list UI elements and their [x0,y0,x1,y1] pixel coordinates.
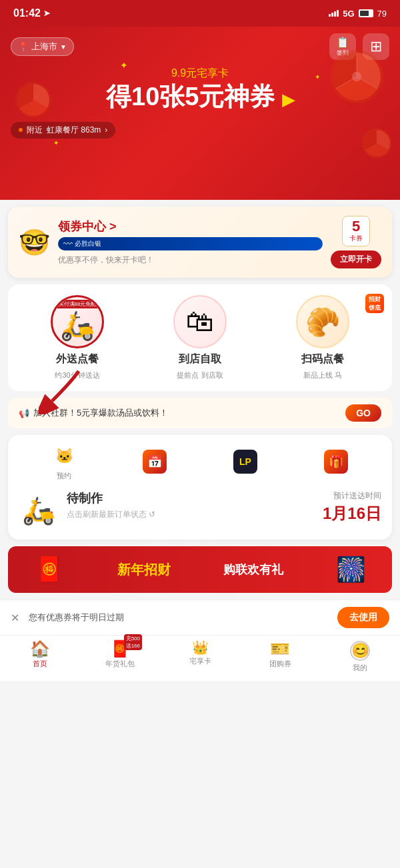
coupon-avatar: 🤓 [19,228,50,257]
scan-tag: 招财饼底 [365,294,384,313]
ny-firework-icon: 🎆 [336,556,366,584]
sparkle-3: ✦ [53,139,59,147]
signal-icon [329,10,339,17]
tab-group-coupon-label: 团购券 [269,659,291,669]
ny-text-2: 购联欢有礼 [223,562,283,578]
order-tab-gift[interactable]: 🎁 [324,450,348,476]
tab-my[interactable]: 😊 我的 [320,641,400,673]
order-card: 🐱 预约 📅 LP 🎁 🛵 待制作 点击刷新最新订单状态 ↺ 预计送达时间 1月… [8,435,392,540]
tab-home[interactable]: 🏠 首页 [0,641,80,673]
hero-top-row: 📍 上海市 ▼ 📋 签到 ⊞ [11,33,389,60]
scan-sublabel: 新品上线 马 [303,370,342,380]
hero-main-text[interactable]: 得10张5元神券 ▶ [11,83,389,111]
sign-in-button[interactable]: 📋 签到 [329,33,356,60]
status-time: 01:42 ➤ [13,7,50,19]
promo-go-button[interactable]: GO [345,404,381,422]
cat-icon: 🐱 [52,444,76,468]
scan-label: 扫码点餐 [301,352,344,366]
hero-promo-text: 9.9元宅享卡 [11,67,389,81]
coupon-subtext: 优惠享不停，快来开卡吧！ [58,254,323,266]
pickup-icon-wrap: 🛍 [173,295,227,348]
hero-banner: ✦ ✦ ✦ 📍 上海市 ▼ 📋 签到 ⊞ 9.9元宅享卡 得10张5元神券 [0,27,400,200]
promo-icon: 📢 [19,408,29,418]
status-bar: 01:42 ➤ 5G 79 [0,0,400,27]
sign-in-icon: 📋 [336,36,349,49]
tab-zhaiyangka[interactable]: 👑 宅享卡 [160,641,240,673]
order-tab-calendar[interactable]: 📅 [143,450,167,476]
coupon-count-box: 5 卡券 [342,216,370,246]
gift-badge: 充500送166 [124,634,142,650]
qr-icon: ⊞ [370,38,382,55]
hero-icons-right: 📋 签到 ⊞ [329,33,389,60]
battery-level: 79 [377,9,387,19]
wave-icon: 〰 [63,238,73,249]
home-icon: 🏠 [30,641,50,657]
battery-icon [359,9,373,17]
arrow-icon: ▶ [282,91,294,109]
nearby-label: 附近 [27,125,43,136]
tab-new-year-gift[interactable]: 🧧 充500送166 年货礼包 [80,641,160,673]
member-badge: 〰 必胜白银 [58,237,323,250]
service-grid: 买付满88元免配 🛵 外送点餐 约30分钟送达 🛍 [8,284,392,391]
coupon-title[interactable]: 领券中心 > [58,218,323,234]
sign-in-label: 签到 [336,49,349,57]
open-card-button[interactable]: 立即开卡 [331,250,381,268]
coupon-count-num: 5 [349,219,363,234]
delivery-icon-wrap: 买付满88元免配 🛵 [51,295,104,348]
qr-code-button[interactable]: ⊞ [363,33,389,60]
calendar-icon: 📅 [143,450,167,474]
time-display: 01:42 [13,7,41,19]
service-delivery[interactable]: 买付满88元免配 🛵 外送点餐 约30分钟送达 [19,295,136,380]
network-label: 5G [343,9,354,19]
tab-group-coupon[interactable]: 🎫 团购券 [240,641,320,673]
nearby-strip[interactable]: 附近 虹康餐厅 863m › [11,122,115,139]
ny-text-1: 新年招财 [117,561,171,579]
chevron-down-icon: ▼ [60,43,67,51]
order-status-main: 🛵 待制作 点击刷新最新订单状态 ↺ 预计送达时间 1月16日 [19,490,381,530]
coupon-count-label: 卡券 [349,234,363,243]
pickup-sublabel: 提前点 到店取 [177,370,223,380]
pickup-label: 到店自取 [179,352,221,366]
delivery-sublabel: 约30分钟送达 [55,370,99,380]
pickup-icon: 🛍 [186,306,214,338]
crown-icon: 👑 [192,641,209,654]
location-arrow-icon: ➤ [43,9,50,18]
location-badge[interactable]: 📍 上海市 ▼ [11,37,74,56]
user-icon: 😊 [350,641,370,661]
order-status-label: 待制作 [67,490,315,506]
order-tab-lp[interactable]: LP [233,450,257,476]
lp-icon: LP [233,450,257,474]
promo-banner: 📢 加入社群！5元享爆款汤品或饮料！ GO [8,398,392,428]
coupon-center-label: 领券中心 > [58,218,117,234]
promo-subtext: 9.9元宅享卡 [171,67,229,79]
order-info: 待制作 点击刷新最新订单状态 ↺ [67,490,315,520]
hero-promo-area: 9.9元宅享卡 得10张5元神券 ▶ [11,67,389,111]
notif-close-button[interactable]: ✕ [11,612,19,624]
new-year-banner[interactable]: 🧧 新年招财 购联欢有礼 🎆 [8,546,392,593]
delivery-tag: 买付满88元免配 [55,300,100,308]
ticket-icon: 🎫 [270,641,290,657]
bottom-notification: ✕ 您有优惠券将于明日过期 去使用 [0,600,400,635]
gift-icon: 🎁 [324,450,348,474]
status-right: 5G 79 [329,9,387,19]
order-tabs: 🐱 预约 📅 LP 🎁 [19,444,381,481]
coupon-right: 5 卡券 立即开卡 [331,216,381,268]
promo-message: 加入社群！5元享爆款汤品或饮料！ [33,407,168,419]
notif-action-button[interactable]: 去使用 [337,607,389,628]
service-scan[interactable]: 🥐 招财饼底 扫码点餐 新品上线 马 [264,295,381,380]
chevron-right-icon: › [105,125,107,135]
tab-gift-wrap: 🧧 充500送166 [110,641,130,657]
coupon-mid: 领券中心 > 〰 必胜白银 优惠享不停，快来开卡吧！ [58,218,323,266]
delivery-icon: 🛵 [60,309,95,342]
notif-text: 您有优惠券将于明日过期 [29,612,124,624]
ny-lantern-icon: 🧧 [35,556,65,584]
order-status-sub[interactable]: 点击刷新最新订单状态 ↺ [67,509,315,520]
main-text: 得10张5元神券 [106,83,275,111]
scan-icon: 🥐 [305,306,340,338]
nearby-strip-container: 附近 虹康餐厅 863m › [11,118,389,139]
location-pin-icon: 📍 [18,42,29,52]
order-tab-cat[interactable]: 🐱 预约 [52,444,76,481]
service-pickup[interactable]: 🛍 到店自取 提前点 到店取 [141,295,259,380]
order-bike-icon: 🛵 [19,490,59,530]
scan-icon-wrap: 🥐 [296,295,349,348]
